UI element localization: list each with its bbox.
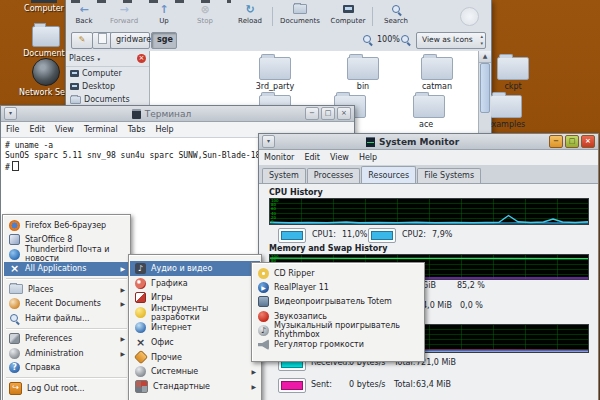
menu-item-recent-documents[interactable]: Recent Documents ▶ [4, 297, 129, 312]
computer-button[interactable]: Computer [326, 4, 370, 25]
path-segment-gridware[interactable]: gridware [110, 32, 150, 49]
folder-icon [347, 57, 379, 80]
graphics-icon [135, 278, 146, 289]
folder-bin[interactable]: bin [333, 57, 393, 91]
minimize-button[interactable]: − [549, 135, 563, 148]
menu-help[interactable]: Help [155, 125, 173, 134]
menu-tabs[interactable]: Tabs [128, 125, 146, 134]
cpu2-value: 7,9% [432, 230, 452, 239]
maximize-button[interactable]: □ [321, 107, 335, 120]
sidebar-title[interactable]: Places [69, 54, 94, 63]
globe-icon [32, 58, 60, 86]
folder-icon [413, 95, 445, 118]
menu-terminal[interactable]: Terminal [84, 125, 118, 134]
menu-item-totem[interactable]: Видеопроигрыватель Totem [253, 295, 423, 309]
scrollbar-thumb[interactable] [480, 63, 490, 113]
menu-view[interactable]: View [330, 153, 349, 162]
cpu1-label: CPU1: [312, 230, 336, 239]
main-menu: Firefox Веб-браузер StarOffice 8 Thunder… [2, 214, 131, 400]
preferences-icon [9, 333, 20, 344]
edit-location-button[interactable]: ✎ [71, 32, 93, 49]
menu-view[interactable]: View [55, 125, 74, 134]
menu-item-places[interactable]: Places ▶ [4, 282, 129, 297]
pencil-icon: ✎ [79, 35, 86, 44]
folder-dtrace-partial[interactable]: ace [399, 95, 459, 129]
menu-separator [6, 377, 127, 379]
sidebar-item-desktop[interactable]: Desktop [66, 80, 149, 93]
tab-processes[interactable]: Processes [307, 168, 360, 183]
tab-resources[interactable]: Resources [361, 166, 416, 183]
menu-item-find-files[interactable]: Найти файлы... [4, 311, 129, 326]
window-menu-icon[interactable]: ▾ [262, 135, 275, 148]
cpu-history-graph: 100806040200 [269, 198, 589, 225]
minimize-button[interactable]: − [305, 107, 319, 120]
terminal-titlebar[interactable]: ▾ Терминал − □ × [1, 106, 354, 122]
menu-file[interactable]: File [6, 125, 19, 134]
maximize-button[interactable]: □ [565, 135, 579, 148]
menu-item-system[interactable]: Системные ▶ [130, 365, 260, 380]
cd-ripper-icon [258, 268, 269, 279]
cpu2-color-button[interactable] [368, 228, 396, 243]
zoom-out-icon[interactable] [362, 34, 373, 45]
path-segment-sge[interactable]: sge [151, 32, 177, 49]
menu-monitor[interactable]: Monitor [264, 153, 294, 162]
root-segment-button[interactable] [92, 32, 112, 49]
close-sidebar-icon[interactable]: × [137, 54, 146, 63]
system-monitor-titlebar[interactable]: ▾ System Monitor − □ × [259, 134, 598, 150]
up-button[interactable]: ↑ Up [151, 4, 177, 25]
close-button[interactable]: × [581, 135, 595, 148]
close-button[interactable]: × [337, 107, 351, 120]
menu-item-internet[interactable]: Интернет ▶ [130, 320, 260, 335]
menu-help[interactable]: Help [359, 153, 377, 162]
cpu1-color-button[interactable] [278, 228, 306, 243]
stop-button[interactable]: ⊗ Stop [191, 4, 219, 25]
menu-edit[interactable]: Edit [304, 153, 320, 162]
menu-item-graphics[interactable]: Графика ▶ [130, 276, 260, 291]
zoom-in-icon[interactable] [400, 34, 411, 45]
tab-file-systems[interactable]: File Systems [417, 168, 481, 183]
submenu-arrow-icon: ▶ [120, 265, 125, 272]
menu-item-all-applications[interactable]: × All Applications ▶ [4, 262, 129, 277]
menu-item-audio-video[interactable]: ♪ Аудио и видео ▶ [130, 261, 260, 276]
folder-catman[interactable]: catman [407, 57, 467, 91]
submenu-arrow-icon: ▶ [120, 335, 125, 342]
menu-item-office[interactable]: × Офис ▶ [130, 335, 260, 350]
menu-edit[interactable]: Edit [29, 125, 45, 134]
menu-item-other[interactable]: Прочие ▶ [130, 350, 260, 365]
applications-categories-menu: ♪ Аудио и видео ▶ Графика ▶ Игры ▶ Инстр… [128, 254, 262, 400]
menu-item-thunderbird[interactable]: Thunderbird Почта и новости [4, 247, 129, 262]
games-icon [135, 292, 146, 303]
menu-item-cd-ripper[interactable]: CD Ripper [253, 266, 423, 280]
administration-icon [9, 348, 20, 359]
window-title: Терминал [145, 109, 192, 119]
menu-item-log-out[interactable]: ↪ Log Out root... [4, 381, 129, 396]
menu-item-preferences[interactable]: Preferences ▶ [4, 332, 129, 347]
back-button[interactable]: ← Back [69, 4, 99, 25]
sidebar-item-computer[interactable]: Computer [66, 67, 149, 80]
menu-item-development[interactable]: Инструменты разработки ▶ [130, 305, 260, 320]
menu-item-administration[interactable]: Administration ▶ [4, 346, 129, 361]
menu-item-realplayer[interactable]: ▶ RealPlayer 11 [253, 280, 423, 294]
window-menu-icon[interactable]: ▾ [4, 107, 17, 120]
folder-ckpt[interactable]: ckpt [483, 57, 543, 91]
menu-item-rhythmbox[interactable]: ♪ Музыкальный проигрыватель Rhythmbox [253, 323, 423, 337]
folder-icon [70, 96, 81, 104]
menu-item-help[interactable]: ? Справка [4, 361, 129, 376]
vertical-scrollbar[interactable]: ▲ [478, 51, 491, 135]
sent-color-button[interactable] [278, 378, 306, 393]
menu-item-firefox[interactable]: Firefox Веб-браузер [4, 218, 129, 233]
scroll-up-icon[interactable]: ▲ [479, 51, 491, 63]
folder-3rd-party[interactable]: 3rd_party [245, 57, 305, 91]
documents-button[interactable]: Documents [276, 4, 324, 25]
reload-button[interactable]: ↻ Reload [233, 4, 267, 25]
tab-system[interactable]: System [262, 168, 306, 183]
desktop-icon-computer[interactable]: Computer [18, 0, 70, 13]
cpu2-label: CPU2: [402, 230, 426, 239]
view-mode-dropdown[interactable]: View as Icons ▴▾ [416, 32, 486, 49]
menu-item-volume-control[interactable]: Регулятор громкости [253, 337, 423, 351]
forward-button[interactable]: → Forward [105, 4, 143, 25]
search-button[interactable]: Search [378, 4, 414, 25]
help-icon: ? [9, 362, 20, 373]
menu-item-accessories[interactable]: Стандартные ▶ [130, 379, 260, 394]
folder-icon [9, 284, 23, 294]
